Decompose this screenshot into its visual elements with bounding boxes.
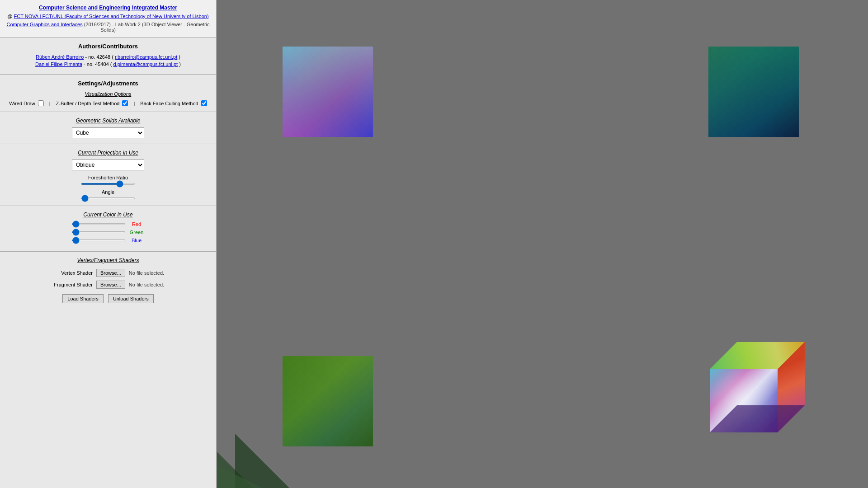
author2-close: ) [179,61,181,67]
settings-section: Settings/Adjustments Visualization Optio… [0,75,216,112]
author2-name-link[interactable]: Daniel Filipe Pimenta [35,61,82,67]
red-label: Red [128,221,145,227]
fragment-browse-button[interactable]: Browse... [96,281,125,289]
right-area [217,0,868,488]
author1-email[interactable]: r.barreiro@campus.fct.unl.pt [115,54,177,60]
author2-email[interactable]: d.pimenta@campus.fct.unl.pt [113,61,178,67]
course-line: Computer Graphics and Interfaces (2016/2… [5,22,211,33]
checkbox-row: Wired Draw | Z-Buffer / Depth Test Metho… [7,100,209,106]
vertex-shader-row: Vertex Shader Browse... No file selected… [7,269,209,277]
author2-email-wrap: ( [110,61,112,67]
shaders-title: Vertex/Fragment Shaders [7,257,209,263]
course-link[interactable]: Computer Graphics and Interfaces [7,22,83,27]
load-shaders-button[interactable]: Load Shaders [62,294,104,303]
main-title[interactable]: Computer Science and Engineering Integra… [5,5,211,11]
blue-row: Blue [7,238,209,243]
author2-line: Daniel Filipe Pimenta - no. 45404 ( d.pi… [7,61,209,67]
load-btn-row: Load Shaders Unload Shaders [7,294,209,303]
header-section: Computer Science and Engineering Integra… [0,0,216,38]
foreshorten-label: Foreshorten Ratio [7,175,209,180]
author1-close: ) [179,54,180,60]
projection-select[interactable]: Perspective Oblique Orthographic [72,160,144,170]
separator2: | [131,101,137,106]
blue-slider[interactable] [71,239,126,241]
at-symbol: @ [7,14,14,19]
year-text: (2016/2017) [84,22,111,27]
angle-slider[interactable] [81,197,135,199]
backface-checkbox[interactable] [201,100,207,106]
separator1: | [47,101,53,106]
fragment-file-status: No file selected. [129,282,164,287]
angle-slider-container [7,197,209,200]
geometric-section: Geometric Solids Available Cube Tetrahed… [0,112,216,144]
color-title: Current Color in Use [7,211,209,218]
red-row: Red [7,221,209,227]
canvas-bottomleft[interactable] [283,356,373,446]
blue-label: Blue [128,238,145,243]
green-slider[interactable] [71,231,126,233]
authors-title: Authors/Contributors [7,43,209,50]
green-label: Green [128,230,145,235]
color-section: Current Color in Use Red Green Blue [0,206,216,252]
foreshorten-slider-container [7,182,209,186]
zbuffer-checkbox[interactable] [122,100,128,106]
author1-id-text: no. 42648 [88,54,110,60]
unload-shaders-button[interactable]: Unload Shaders [108,294,154,303]
left-panel: Computer Science and Engineering Integra… [0,0,217,488]
canvas-topright[interactable] [708,47,799,137]
projection-section: Current Projection in Use Perspective Ob… [0,144,216,206]
author1-email-wrap: ( [112,54,113,60]
shaders-section: Vertex/Fragment Shaders Vertex Shader Br… [0,252,216,309]
wired-draw-checkbox[interactable] [38,100,44,106]
author1-name-link[interactable]: Rúben André Barreiro [36,54,84,60]
vertex-file-status: No file selected. [129,270,164,276]
vertex-browse-button[interactable]: Browse... [96,269,125,277]
vertex-shader-label: Vertex Shader [52,270,93,276]
author2-id-text: no. 45404 [87,61,109,67]
angle-label: Angle [7,189,209,195]
green-row: Green [7,230,209,235]
fragment-shader-row: Fragment Shader Browse... No file select… [7,281,209,289]
dash-separator: - [112,22,115,27]
fragment-shader-label: Fragment Shader [52,282,93,287]
settings-title: Settings/Adjustments [7,80,209,87]
lab-text: Lab Work 2 (3D Object Viewer - Geometric… [100,22,209,33]
author2-id-sep: - [84,61,87,67]
foreshorten-slider[interactable] [81,183,135,185]
geometric-select[interactable]: Cube Tetrahedron Octahedron Dodecahedron… [72,127,144,138]
geometric-title: Geometric Solids Available [7,117,209,124]
canvas-bottomright[interactable] [674,315,832,473]
institution-line: @ FCT NOVA | FCT/UNL (Faculty of Science… [5,14,211,19]
canvas-topleft[interactable] [283,47,373,137]
authors-section: Authors/Contributors Rúben André Barreir… [0,38,216,75]
backface-label: Back Face Culling Method [140,101,198,106]
projection-title: Current Projection in Use [7,150,209,156]
institution-link[interactable]: FCT NOVA | FCT/UNL (Faculty of Sciences … [14,14,209,19]
wired-draw-label: Wired Draw [9,101,35,106]
zbuffer-label: Z-Buffer / Depth Test Method [56,101,120,106]
red-slider[interactable] [71,223,126,225]
author1-line: Rúben André Barreiro - no. 42648 ( r.bar… [7,54,209,60]
viz-options-title: Visualization Options [7,91,209,97]
